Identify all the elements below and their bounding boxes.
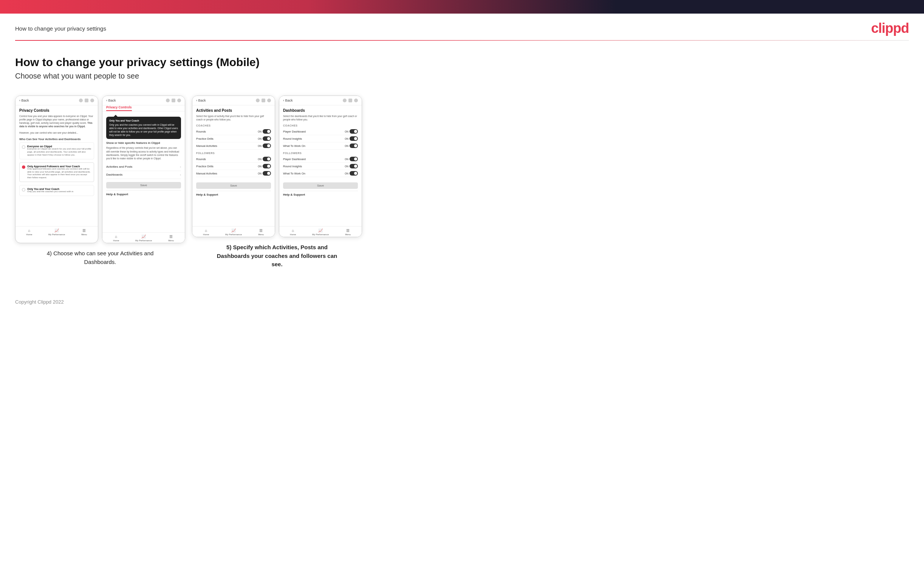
phone4-tab-home-label: Home [290, 234, 296, 235]
phone4-back[interactable]: ‹ Back [283, 98, 293, 102]
header-title: How to change your privacy settings [15, 25, 106, 32]
phone1-option-everyone-text: Everyone on Clippd Everyone on Clippd ca… [27, 145, 92, 156]
phone4-followers-player-label: Player Dashboard [283, 158, 306, 161]
phone4: ‹ Back Dashboards Select the dashboards … [279, 95, 362, 237]
phone3-coaches-rounds-toggle[interactable] [263, 129, 271, 134]
phone3-followers-drills-toggle[interactable] [263, 164, 271, 168]
phone1-tab-performance-label: My Performance [48, 234, 65, 235]
phone4-coaches-workon-toggle[interactable] [350, 143, 358, 148]
settings-icon-4[interactable] [354, 98, 358, 102]
phone4-coaches-workon-label: What To Work On [283, 144, 305, 148]
phone4-followers-insights-label: Round Insights [283, 164, 302, 168]
phone3-back[interactable]: ‹ Back [196, 98, 206, 102]
phone1-who-label: Who Can See Your Activities and Dashboar… [19, 137, 94, 141]
phone2-tab-home-label: Home [113, 239, 119, 242]
phone1-option-approved[interactable]: Only Approved Followers and Your Coach O… [19, 162, 94, 182]
phone3-tab-home[interactable]: ⌂ Home [192, 229, 220, 235]
phone2-tab-menu[interactable]: ☰ Menu [157, 234, 185, 242]
people-icon[interactable] [85, 98, 89, 102]
phone4-coaches-label: COACHES [283, 124, 358, 127]
phone4-tab-performance[interactable]: 📈 My Performance [307, 229, 334, 235]
phone1-option-approved-desc: Only approved followers and coaches you … [27, 168, 92, 179]
phone4-coaches-insights-toggle[interactable] [350, 136, 358, 141]
phone2-save-btn[interactable]: Save [106, 182, 181, 189]
phone3-body: Activities and Posts Select the types of… [192, 105, 275, 226]
people-icon-4[interactable] [349, 98, 352, 102]
phone4-followers-section: FOLLOWERS Player Dashboard ON Round Insi… [283, 152, 358, 177]
phone4-followers-workon-toggle[interactable] [350, 171, 358, 176]
phone2-tab-performance[interactable]: 📈 My Performance [130, 234, 158, 242]
search-icon-2[interactable] [166, 98, 170, 102]
phone3-coaches-rounds-toggle-wrap: ON [258, 129, 271, 134]
phone2-dashboards-label: Dashboards [106, 173, 123, 176]
phone4-followers-player: Player Dashboard ON [283, 156, 358, 163]
phone2-tab-menu-label: Menu [168, 239, 174, 242]
phone3-tab-performance[interactable]: 📈 My Performance [220, 229, 247, 235]
header-divider [15, 40, 909, 41]
phone4-followers-insights-toggle[interactable] [350, 164, 358, 168]
search-icon[interactable] [79, 98, 83, 102]
phones-row: ‹ Back Privacy Controls Control how you … [15, 95, 909, 269]
phone2-tab-bar: Privacy Controls [102, 105, 185, 111]
phone3-tab-menu[interactable]: ☰ Menu [247, 229, 275, 235]
phone4-coaches-player-wrap: ON [345, 129, 358, 134]
people-icon-2[interactable] [171, 98, 175, 102]
phone3-coaches-rounds: Rounds ON [196, 128, 271, 135]
phone4-coaches-insights-label: Round Insights [283, 137, 302, 140]
phone1-option-everyone-desc: Everyone on Clippd can search for you an… [27, 148, 92, 156]
phone1-tab-performance[interactable]: 📈 My Performance [43, 229, 71, 235]
phone1-option-everyone[interactable]: Everyone on Clippd Everyone on Clippd ca… [19, 142, 94, 159]
phone3-section-title: Activities and Posts [196, 108, 271, 113]
phone1-option-coach[interactable]: Only You and Your Coach Only you and the… [19, 185, 94, 196]
phone4-coaches-player: Player Dashboard ON [283, 128, 358, 135]
main-content: How to change your privacy settings (Mob… [0, 56, 924, 292]
phone3-coaches-drills-toggle[interactable] [263, 136, 271, 141]
phone4-coaches-player-toggle[interactable] [350, 129, 358, 134]
phone1-option-coach-text: Only You and Your Coach Only you and the… [27, 188, 73, 193]
phone3-coaches-drills: Practice Drills ON [196, 135, 271, 142]
phone2-show-desc: Regardless of the privacy controls that … [106, 146, 181, 160]
phone3-followers-section: FOLLOWERS Rounds ON Practice Drills [196, 152, 271, 177]
settings-icon-2[interactable] [177, 98, 181, 102]
people-icon-3[interactable] [262, 98, 265, 102]
phone4-tab-menu[interactable]: ☰ Menu [334, 229, 362, 235]
group1: ‹ Back Privacy Controls Control how you … [15, 95, 185, 269]
radio-everyone[interactable] [22, 145, 25, 149]
group1-caption: 4) Choose who can see your Activities an… [36, 249, 165, 266]
group2: ‹ Back Activities and Posts Select the t… [192, 95, 362, 269]
phone1-tab-menu-label: Menu [81, 234, 87, 235]
phone2-menu-dashboards[interactable]: Dashboards › [106, 171, 181, 179]
settings-icon-3[interactable] [267, 98, 271, 102]
phone4-followers-workon-wrap: ON [345, 171, 358, 176]
search-icon-3[interactable] [256, 98, 260, 102]
phone4-followers-player-toggle[interactable] [350, 157, 358, 161]
phone1-icons [79, 98, 94, 102]
phone4-header: ‹ Back [279, 96, 362, 105]
phone3-followers-rounds-toggle[interactable] [263, 157, 271, 161]
search-icon-4[interactable] [343, 98, 347, 102]
phone1-option-coach-desc: Only you and the coaches you connect wit… [27, 190, 73, 193]
phone1-back[interactable]: ‹ Back [19, 98, 29, 102]
phone4-followers-label: FOLLOWERS [283, 152, 358, 155]
phone2-menu-activities[interactable]: Activities and Posts › [106, 163, 181, 171]
phone3-coaches-manual: Manual Activities ON [196, 142, 271, 150]
phone2-show-label: Show or hide specific features in Clippd [106, 141, 181, 145]
phone2-tab-home[interactable]: ⌂ Home [102, 234, 130, 242]
phone3-save-btn[interactable]: Save [196, 182, 271, 189]
phone4-icons [343, 98, 358, 102]
phone3-followers-manual-toggle[interactable] [263, 171, 271, 176]
phone4-tab-home[interactable]: ⌂ Home [279, 229, 307, 235]
phone1-tab-home[interactable]: ⌂ Home [16, 229, 43, 235]
phone2-icons [166, 98, 181, 102]
phone2-tab-label[interactable]: Privacy Controls [106, 105, 132, 111]
radio-approved[interactable] [22, 165, 25, 169]
phone4-save-btn[interactable]: Save [283, 182, 358, 189]
phone2-back[interactable]: ‹ Back [106, 98, 116, 102]
radio-coach[interactable] [22, 188, 25, 192]
phone3-coaches-manual-toggle[interactable] [263, 143, 271, 148]
phone2-footer: ⌂ Home 📈 My Performance ☰ Menu [102, 232, 185, 243]
header: How to change your privacy settings clip… [0, 14, 924, 40]
settings-icon[interactable] [90, 98, 94, 102]
phone4-followers-insights: Round Insights ON [283, 163, 358, 170]
phone1-tab-menu[interactable]: ☰ Menu [70, 229, 98, 235]
